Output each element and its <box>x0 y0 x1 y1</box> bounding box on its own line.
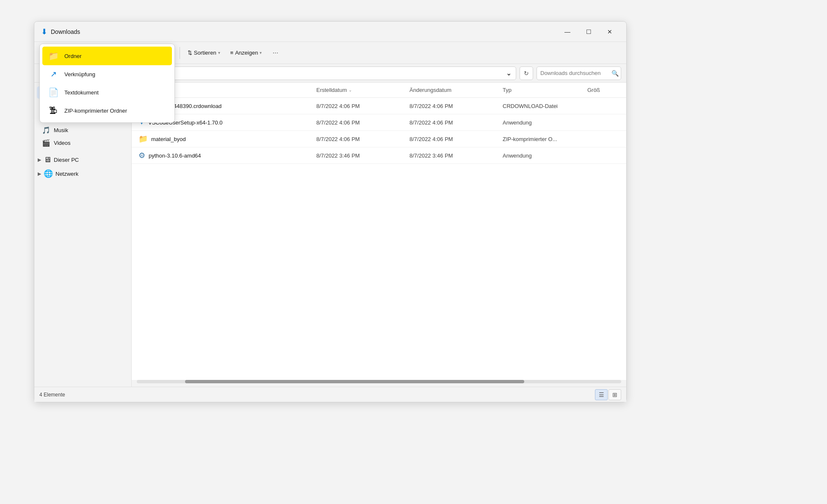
sort-icon: ⇅ <box>188 50 192 56</box>
content-area: ⬇ Downloads 📌 📄 Dokumente 📌 🖼 Bilder 📌 🎵… <box>34 83 626 387</box>
table-row[interactable]: ✦ VSCodeUserSetup-x64-1.70.0 8/7/2022 4:… <box>132 114 626 131</box>
refresh-button[interactable]: ↻ <box>520 66 533 80</box>
text-menu-label: Textdokument <box>64 89 99 96</box>
folder-menu-label: Ordner <box>64 53 81 59</box>
sort-label: Sortieren <box>194 50 216 56</box>
file-modified-3: 8/7/2022 4:06 PM <box>403 134 496 144</box>
window-title: Downloads <box>51 28 80 35</box>
file-created-1: 8/7/2022 4:06 PM <box>310 101 403 111</box>
column-type-header[interactable]: Typ <box>496 85 581 95</box>
file-name-cell-4: ⚙ python-3.10.6-amd64 <box>132 149 310 162</box>
file-size-1 <box>581 104 626 108</box>
tiles-view-button[interactable]: ⊞ <box>608 389 621 400</box>
file-type-2: Anwendung <box>496 118 581 127</box>
file-name-cell-3: 📁 material_byod <box>132 133 310 145</box>
file-created-2: 8/7/2022 4:06 PM <box>310 118 403 127</box>
dieser-pc-chevron-icon: ▶ <box>38 157 41 163</box>
folder-menu-icon: 📁 <box>47 51 59 61</box>
sort-chevron-icon: ▾ <box>218 50 220 55</box>
file-created-3: 8/7/2022 4:06 PM <box>310 134 403 144</box>
text-menu-icon: 📄 <box>47 87 59 97</box>
title-bar-left: ⬇ Downloads <box>41 27 80 36</box>
column-created-header[interactable]: Erstelldatum ⌄ <box>310 85 403 95</box>
sidebar-dieser-pc-section[interactable]: ▶ 🖥 Dieser PC <box>34 153 131 166</box>
dropdown-item-text[interactable]: 📄 Textdokument <box>42 83 172 102</box>
netzwerk-icon: 🌐 <box>44 169 53 178</box>
view-buttons: ☰ ⊞ <box>595 389 621 400</box>
view-label: Anzeigen <box>235 50 258 56</box>
column-modified-header[interactable]: Änderungsdatum <box>403 85 496 95</box>
table-row[interactable]: 📁 material_byod 8/7/2022 4:06 PM 8/7/202… <box>132 131 626 147</box>
search-box: 🔍 <box>537 66 621 80</box>
created-sort-icon: ⌄ <box>349 88 352 92</box>
search-input[interactable] <box>540 70 611 76</box>
table-row[interactable]: 📄 bestätigt 448390.crdownload 8/7/2022 4… <box>132 98 626 114</box>
netzwerk-label: Netzwerk <box>55 171 78 177</box>
shortcut-menu-icon: ↗ <box>47 69 59 79</box>
more-button[interactable]: ··· <box>268 45 283 61</box>
sidebar: ⬇ Downloads 📌 📄 Dokumente 📌 🖼 Bilder 📌 🎵… <box>34 83 132 387</box>
table-row[interactable]: ⚙ python-3.10.6-amd64 8/7/2022 3:46 PM 8… <box>132 147 626 164</box>
horizontal-scrollbar[interactable] <box>132 378 626 387</box>
modified-header-text: Änderungsdatum <box>409 87 451 93</box>
file-icon-3: 📁 <box>138 134 148 144</box>
file-size-3 <box>581 137 626 141</box>
dropdown-item-shortcut[interactable]: ↗ Verknüpfung <box>42 65 172 83</box>
created-header-text: Erstelldatum <box>316 87 347 93</box>
address-controls: ↻ <box>520 66 533 80</box>
sidebar-videos-label: Videos <box>54 140 71 146</box>
column-size-header[interactable]: Größ <box>581 85 626 95</box>
zip-menu-label: ZIP-komprimierter Ordner <box>64 108 127 114</box>
toolbar-separator-2 <box>180 47 180 59</box>
sort-button[interactable]: ⇅ Sortieren ▾ <box>183 47 224 58</box>
file-explorer-window: ⬇ Downloads — ☐ ✕ ⊕ Neu ▾ ✂ ⬒ ⬓ ⬚ ⬆ 🗑 ⇅ … <box>34 21 627 402</box>
new-dropdown-menu: 📁 Ordner ↗ Verknüpfung 📄 Textdokument 🗜 … <box>39 44 175 123</box>
file-type-4: Anwendung <box>496 151 581 161</box>
title-bar: ⬇ Downloads — ☐ ✕ <box>34 22 626 42</box>
file-area: Erstelldatum ⌄ Änderungsdatum Typ Größ 📄… <box>132 83 626 387</box>
sidebar-spacer <box>34 150 131 153</box>
size-header-text: Größ <box>587 87 600 93</box>
file-name-3: material_byod <box>151 136 186 142</box>
file-modified-2: 8/7/2022 4:06 PM <box>403 118 496 127</box>
file-icon-4: ⚙ <box>138 151 145 160</box>
view-icon: ≡ <box>230 50 234 56</box>
file-name-4: python-3.10.6-amd64 <box>149 152 201 159</box>
sidebar-netzwerk-section[interactable]: ▶ 🌐 Netzwerk <box>34 167 131 180</box>
file-type-1: CRDOWNLOAD-Datei <box>496 101 581 111</box>
sidebar-item-music[interactable]: 🎵 Musik <box>37 124 129 136</box>
dieser-pc-label: Dieser PC <box>54 157 79 163</box>
dropdown-item-zip[interactable]: 🗜 ZIP-komprimierter Ordner <box>42 102 172 120</box>
title-bar-controls: — ☐ ✕ <box>558 25 620 39</box>
zip-menu-icon: 🗜 <box>47 106 59 116</box>
dropdown-item-folder[interactable]: 📁 Ordner <box>42 47 172 65</box>
maximize-button[interactable]: ☐ <box>579 25 598 39</box>
status-count: 4 Elemente <box>39 392 65 398</box>
type-header-text: Typ <box>503 87 512 93</box>
file-size-2 <box>581 121 626 124</box>
file-type-3: ZIP-komprimierter O... <box>496 134 581 144</box>
view-chevron-icon: ▾ <box>260 50 262 55</box>
music-icon: 🎵 <box>42 126 50 134</box>
shortcut-menu-label: Verknüpfung <box>64 71 95 78</box>
file-modified-4: 8/7/2022 3:46 PM <box>403 151 496 161</box>
videos-icon: 🎬 <box>42 139 50 147</box>
sidebar-item-videos[interactable]: 🎬 Videos <box>37 137 129 149</box>
status-bar: 4 Elemente ☰ ⊞ <box>34 387 626 402</box>
minimize-button[interactable]: — <box>558 25 577 39</box>
dieser-pc-icon: 🖥 <box>44 155 51 164</box>
sidebar-music-label: Musik <box>54 127 68 133</box>
search-button[interactable]: 🔍 <box>611 70 619 77</box>
netzwerk-chevron-icon: ▶ <box>38 171 41 177</box>
list-view-button[interactable]: ☰ <box>595 389 608 400</box>
window-icon: ⬇ <box>41 27 47 36</box>
file-modified-1: 8/7/2022 4:06 PM <box>403 101 496 111</box>
view-button[interactable]: ≡ Anzeigen ▾ <box>226 47 266 58</box>
close-button[interactable]: ✕ <box>600 25 620 39</box>
file-created-4: 8/7/2022 3:46 PM <box>310 151 403 161</box>
column-headers: Erstelldatum ⌄ Änderungsdatum Typ Größ <box>132 83 626 98</box>
file-size-4 <box>581 154 626 157</box>
address-dropdown-icon: ⌄ <box>506 69 512 77</box>
